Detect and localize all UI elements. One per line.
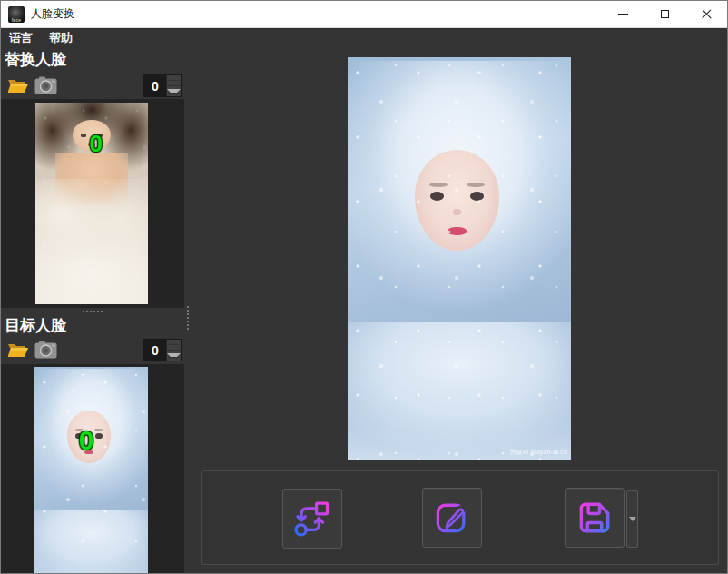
folder-icon — [7, 341, 29, 359]
preview-image: 慧眼AI huiyan-ai.cn — [348, 57, 571, 460]
preview-watermark: 慧眼AI huiyan-ai.cn — [509, 448, 567, 457]
spin-down-icon — [167, 89, 181, 94]
source-open-folder-button[interactable] — [6, 75, 30, 95]
spin-up-icon — [167, 80, 181, 81]
app-icon-label: face — [12, 17, 22, 23]
target-open-folder-button[interactable] — [6, 340, 30, 360]
target-face-index-arrows — [166, 340, 181, 361]
chevron-down-icon — [629, 517, 636, 521]
close-icon — [702, 9, 712, 19]
source-face-index-value[interactable]: 0 — [144, 75, 166, 96]
titlebar: face 人脸变换 — [1, 1, 727, 28]
vertical-splitter-handle[interactable] — [184, 303, 191, 332]
source-panel-header: 替换人脸 — [5, 49, 66, 70]
edit-button[interactable] — [422, 488, 482, 548]
target-face-index-value[interactable]: 0 — [144, 340, 166, 361]
swap-route-icon — [292, 499, 332, 539]
menubar: 语言 帮助 — [1, 28, 727, 48]
target-face-overlay-label: 0 — [79, 425, 94, 456]
maximize-icon — [661, 10, 669, 18]
source-face-overlay-label: 0 — [90, 130, 103, 158]
target-face-index-spinner[interactable]: 0 — [143, 339, 182, 361]
window-title: 人脸变换 — [31, 6, 74, 22]
target-panel-header: 目标人脸 — [5, 315, 66, 336]
minimize-button[interactable] — [602, 1, 644, 27]
spin-up-icon — [167, 344, 181, 345]
window-controls — [602, 1, 727, 27]
action-bar — [201, 470, 719, 565]
minimize-icon — [618, 14, 628, 15]
target-thumbnail-list[interactable]: 0 — [1, 364, 184, 574]
camera-icon — [34, 341, 57, 359]
target-spin-up-button[interactable] — [167, 340, 181, 351]
save-button[interactable] — [565, 488, 625, 548]
horizontal-splitter-handle[interactable] — [1, 308, 184, 315]
source-thumbnail-list[interactable]: 0 — [1, 99, 184, 308]
source-camera-button[interactable] — [34, 75, 57, 95]
close-button[interactable] — [685, 1, 727, 27]
save-dropdown-button[interactable] — [626, 490, 638, 548]
source-spin-up-button[interactable] — [167, 75, 181, 86]
camera-icon — [34, 76, 57, 94]
folder-icon — [7, 76, 29, 94]
app-icon: face — [8, 6, 25, 23]
snow-overlay — [348, 57, 571, 460]
source-face-index-arrows — [166, 75, 181, 96]
menu-item-language[interactable]: 语言 — [1, 28, 41, 48]
snow-overlay — [34, 367, 148, 574]
target-spin-down-button[interactable] — [167, 351, 181, 361]
spin-down-icon — [167, 353, 181, 358]
target-camera-button[interactable] — [34, 340, 57, 360]
source-thumbnail[interactable]: 0 — [35, 103, 148, 304]
edit-pencil-icon — [432, 498, 472, 538]
menu-item-help[interactable]: 帮助 — [41, 28, 81, 48]
swap-face-button[interactable] — [282, 489, 342, 549]
maximize-button[interactable] — [644, 1, 685, 27]
source-spin-down-button[interactable] — [167, 86, 181, 96]
save-floppy-icon — [575, 498, 615, 538]
target-thumbnail[interactable]: 0 — [34, 367, 148, 574]
app-window: face 人脸变换 语言 帮助 替换人脸 0 — [0, 0, 728, 574]
source-face-index-spinner[interactable]: 0 — [143, 74, 182, 97]
